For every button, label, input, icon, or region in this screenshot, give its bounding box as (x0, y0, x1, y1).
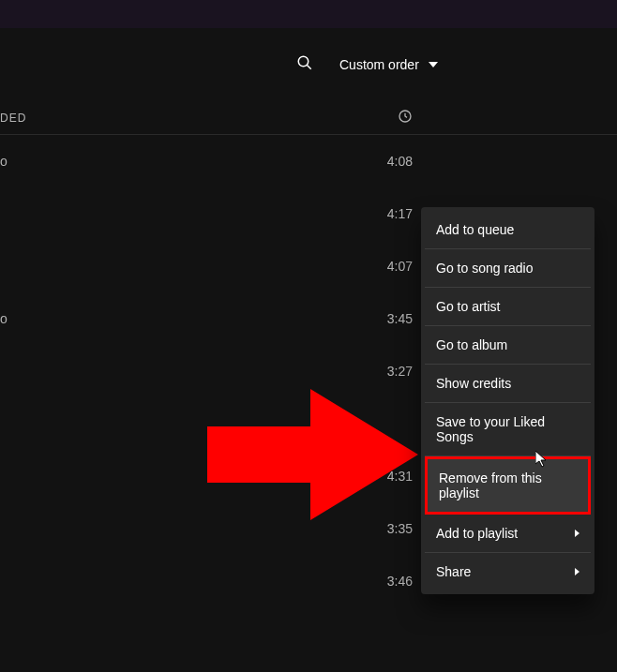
track-added: o (0, 311, 169, 326)
svg-point-0 (298, 56, 308, 67)
chevron-right-icon (575, 530, 579, 537)
svg-line-1 (307, 65, 311, 69)
sort-label: Custom order (339, 57, 419, 72)
menu-item-remove-from-playlist[interactable]: Remove from this playlist (425, 456, 591, 515)
menu-item-label: Go to artist (436, 299, 500, 314)
controls-row: Custom order (0, 28, 617, 101)
menu-item-label: Remove from this playlist (439, 470, 577, 500)
menu-item-add-to-queue[interactable]: Add to queue (425, 211, 591, 249)
track-duration: 4:07 (169, 259, 413, 274)
menu-item-label: Add to playlist (436, 526, 518, 541)
menu-item-label: Share (436, 564, 471, 579)
menu-item-go-to-artist[interactable]: Go to artist (425, 288, 591, 326)
search-icon[interactable] (296, 54, 313, 75)
column-header-duration[interactable] (398, 109, 413, 127)
svg-marker-3 (207, 389, 418, 520)
menu-item-show-credits[interactable]: Show credits (425, 365, 591, 403)
track-row[interactable] (0, 607, 617, 660)
column-header-added[interactable]: DED (0, 112, 169, 125)
track-duration: 4:17 (169, 206, 413, 221)
track-duration: 3:27 (169, 364, 413, 379)
menu-item-go-to-song-radio[interactable]: Go to song radio (425, 249, 591, 288)
menu-item-label: Add to queue (436, 222, 514, 237)
track-duration: 4:08 (169, 154, 413, 169)
menu-item-label: Save to your Liked Songs (436, 414, 579, 444)
menu-item-save-to-liked[interactable]: Save to your Liked Songs (425, 403, 591, 456)
context-menu: Add to queue Go to song radio Go to arti… (421, 207, 594, 594)
chevron-right-icon (575, 568, 579, 575)
top-bar (0, 0, 617, 28)
menu-item-label: Go to album (436, 337, 507, 352)
menu-item-add-to-playlist[interactable]: Add to playlist (425, 515, 591, 553)
track-row[interactable]: o 4:08 (0, 135, 617, 187)
track-duration: 3:45 (169, 311, 413, 326)
clock-icon (398, 109, 413, 124)
arrow-annotation (188, 380, 432, 533)
column-header-row: DED (0, 101, 617, 135)
track-duration: 3:46 (169, 574, 413, 589)
menu-item-go-to-album[interactable]: Go to album (425, 326, 591, 365)
sort-dropdown[interactable]: Custom order (339, 57, 438, 72)
track-added: o (0, 154, 169, 169)
chevron-down-icon (429, 62, 438, 67)
menu-item-share[interactable]: Share (425, 553, 591, 590)
menu-item-label: Show credits (436, 376, 511, 391)
menu-item-label: Go to song radio (436, 261, 534, 276)
